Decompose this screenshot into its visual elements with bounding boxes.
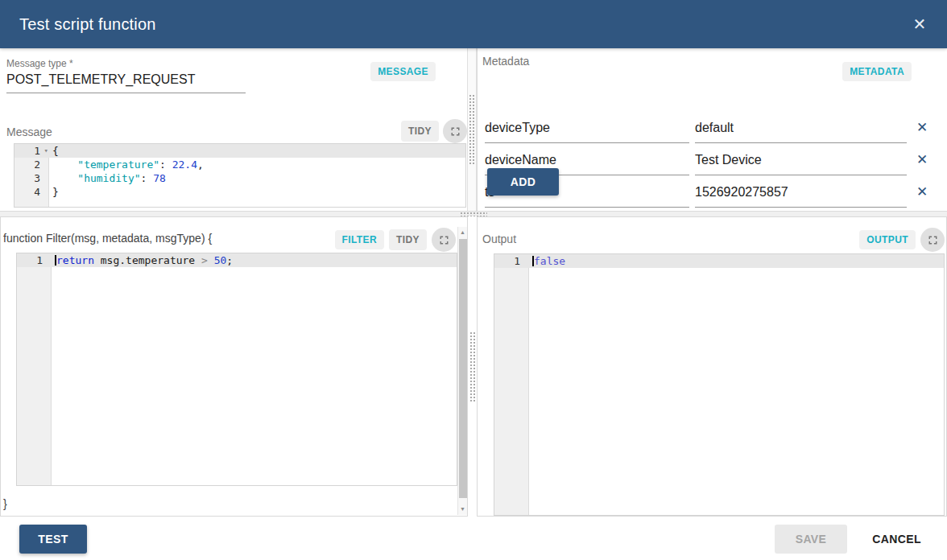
cancel-button[interactable]: CANCEL [866, 525, 928, 554]
code-line: 2 "temperature": 22.4, [14, 158, 465, 171]
metadata-key-input[interactable] [485, 121, 689, 143]
output-code-editor[interactable]: 1false [494, 253, 945, 516]
metadata-value-input[interactable] [695, 185, 907, 208]
output-actions: OUTPUT [859, 228, 945, 252]
code-token: , [197, 159, 204, 171]
output-badge: OUTPUT [859, 230, 916, 249]
metadata-remove-icon[interactable]: ✕ [912, 183, 932, 202]
code-line: 4} [14, 185, 465, 199]
message-tidy-button[interactable]: TIDY [401, 121, 439, 142]
code-token [208, 254, 214, 266]
close-icon[interactable]: ✕ [908, 13, 931, 35]
code-token: "temperature" [77, 159, 159, 171]
scroll-down-icon[interactable]: ▼ [458, 504, 467, 514]
filter-actions: FILTER TIDY [335, 228, 456, 252]
code-line: 1false [494, 254, 944, 268]
message-label: Message [6, 126, 52, 138]
test-button[interactable]: TEST [19, 525, 87, 554]
vertical-splitter-top[interactable] [467, 48, 477, 211]
splitter-grip-icon [469, 331, 476, 402]
fold-arrow-icon[interactable]: ▾ [44, 144, 48, 158]
line-number: 3 [14, 171, 48, 185]
code-token: 50 [214, 254, 227, 266]
code-token [52, 172, 77, 184]
metadata-label: Metadata [482, 55, 529, 68]
output-label: Output [482, 233, 516, 245]
code-line: 3 "humidity": 78 [14, 171, 465, 185]
metadata-badge: METADATA [842, 62, 912, 81]
test-script-dialog: Test script function ✕ Message type * ME… [0, 0, 947, 560]
code-token: : [159, 159, 172, 171]
code-token: 78 [153, 172, 166, 184]
code-token: ; [226, 254, 233, 266]
code-token: : [141, 172, 154, 184]
scrollbar-thumb[interactable] [459, 239, 467, 498]
metadata-rows: ✕✕✕ [478, 116, 947, 212]
dialog-footer: TEST SAVE CANCEL [0, 517, 947, 560]
dialog-header: Test script function ✕ [0, 0, 947, 48]
horizontal-splitter[interactable] [0, 211, 947, 216]
line-number: 1▾ [14, 144, 48, 158]
line-number: 4 [14, 185, 48, 199]
scroll-up-icon[interactable]: ▲ [458, 228, 467, 237]
add-button[interactable]: ADD [487, 168, 559, 196]
filter-badge: FILTER [335, 230, 385, 249]
filter-scrollbar[interactable]: ▲ ▼ [457, 227, 467, 515]
code-token: false [534, 255, 565, 267]
save-button[interactable]: SAVE [775, 525, 847, 554]
filter-tidy-button[interactable]: TIDY [389, 229, 427, 250]
splitter-grip-icon [469, 94, 475, 165]
metadata-remove-icon[interactable]: ✕ [912, 150, 932, 170]
filter-code-editor[interactable]: 1return msg.temperature > 50; [16, 253, 457, 486]
filter-function-signature: function Filter(msg, metadata, msgType) … [3, 232, 212, 245]
filter-fullscreen-icon[interactable] [432, 228, 456, 252]
code-token: { [52, 145, 59, 157]
message-section: Message type * MESSAGE Message TIDY 1▾{2… [0, 48, 467, 211]
code-line: 1return msg.temperature > 50; [17, 253, 457, 267]
code-token: > [201, 254, 208, 266]
code-token: return [56, 254, 94, 266]
code-token: "humidity" [77, 172, 140, 184]
message-badge: MESSAGE [370, 62, 436, 81]
filter-function-section: function Filter(msg, metadata, msgType) … [0, 216, 468, 517]
dialog-title: Test script function [19, 15, 908, 34]
metadata-row: ✕ [478, 116, 947, 148]
metadata-section: Metadata METADATA ✕✕✕ ADD [477, 48, 947, 211]
code-token: } [52, 186, 59, 198]
metadata-value-input[interactable] [695, 121, 907, 143]
line-number: 2 [14, 158, 48, 171]
output-fullscreen-icon[interactable] [920, 228, 945, 252]
code-line: 1▾{ [14, 144, 465, 158]
message-type-label: Message type * [6, 58, 73, 69]
code-token: 22.4 [172, 159, 197, 171]
line-number: 1 [494, 254, 528, 268]
splitter-grip-icon [460, 212, 487, 216]
metadata-value-input[interactable] [695, 153, 907, 175]
message-fullscreen-icon[interactable] [443, 119, 467, 143]
message-type-input[interactable] [6, 71, 246, 93]
filter-function-closing-brace: } [3, 497, 7, 510]
vertical-splitter-bottom[interactable] [468, 216, 477, 517]
output-section: Output OUTPUT 1false [477, 216, 947, 517]
code-token [52, 159, 77, 171]
metadata-remove-icon[interactable]: ✕ [912, 118, 932, 138]
message-actions: TIDY [401, 119, 467, 143]
message-code-editor[interactable]: 1▾{2 "temperature": 22.4,3 "humidity": 7… [14, 143, 466, 208]
code-token: msg.temperature [94, 254, 201, 266]
line-number: 1 [17, 253, 51, 267]
